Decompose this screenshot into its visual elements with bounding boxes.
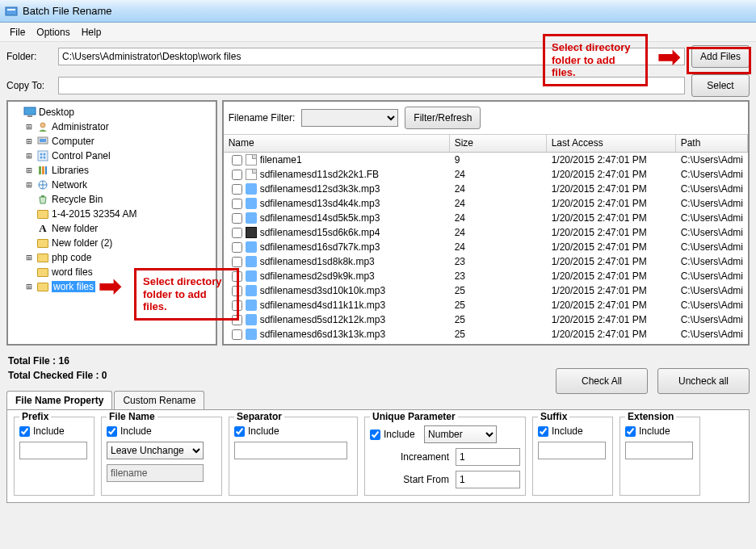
folder-icon	[36, 281, 49, 292]
file-list[interactable]: filename191/20/2015 2:47:01 PMC:\Users\A…	[224, 153, 748, 344]
prefix-include-checkbox[interactable]	[19, 426, 30, 437]
tree-item[interactable]: Recycle Bin	[11, 192, 212, 207]
menu-help[interactable]: Help	[82, 27, 102, 38]
expand-icon[interactable]: ⊞	[24, 136, 34, 147]
unique-include-checkbox[interactable]	[370, 430, 380, 440]
check-all-button[interactable]: Check All	[556, 368, 648, 394]
col-last[interactable]: Last Access	[547, 135, 676, 152]
tree-item[interactable]: ⊞Control Panel	[11, 149, 212, 163]
file-checkbox[interactable]	[232, 242, 242, 253]
tab-custom-rename[interactable]: Custom Rename	[114, 391, 204, 409]
file-checkbox[interactable]	[232, 329, 242, 340]
file-name: sdfilenamesd16sd7k7k.mp3	[260, 241, 380, 253]
tree-item[interactable]: New folder (2)	[11, 236, 212, 250]
file-last-access: 1/20/2015 2:47:01 PM	[547, 285, 676, 296]
file-checkbox[interactable]	[232, 199, 242, 209]
file-row[interactable]: sdfilenamesd14sd5k5k.mp3241/20/2015 2:47…	[224, 211, 748, 225]
file-checkbox[interactable]	[232, 213, 242, 224]
tree-item[interactable]: ⊞Libraries	[11, 163, 212, 178]
col-size[interactable]: Size	[450, 135, 547, 152]
file-row[interactable]: sdfilenamesd5sd12k12k.mp3251/20/2015 2:4…	[224, 312, 748, 327]
startfrom-input[interactable]	[456, 471, 520, 488]
filename-mode-select[interactable]: Leave Unchange	[107, 442, 204, 459]
tree-item[interactable]: 1-4-2015 32354 AM	[11, 207, 212, 221]
cp-icon	[36, 150, 49, 161]
menu-file[interactable]: File	[10, 27, 25, 38]
group-extension-title: Extension	[625, 411, 676, 422]
file-last-access: 1/20/2015 2:47:01 PM	[547, 256, 676, 267]
svg-rect-1	[7, 9, 15, 10]
total-label: Total File :	[8, 355, 56, 367]
prefix-input[interactable]	[19, 442, 87, 459]
expand-icon[interactable]: ⊞	[24, 150, 34, 161]
file-last-access: 1/20/2015 2:47:01 PM	[547, 154, 676, 166]
file-list-panel: Filename Filter: Filter/Refresh Name Siz…	[222, 100, 750, 346]
file-name: sdfilenamesd2sd9k9k.mp3	[260, 270, 375, 282]
increament-input[interactable]	[456, 448, 520, 466]
increament-label: Increament	[401, 451, 449, 463]
filename-placeholder-input	[107, 464, 204, 482]
col-name[interactable]: Name	[224, 135, 450, 152]
file-row[interactable]: sdfilenamesd16sd7k7k.mp3241/20/2015 2:47…	[224, 240, 748, 254]
filter-refresh-button[interactable]: Filter/Refresh	[405, 107, 481, 129]
group-suffix-title: Suffix	[538, 411, 569, 422]
file-row[interactable]: sdfilenamesd4sd11k11k.mp3251/20/2015 2:4…	[224, 298, 748, 312]
tab-file-name-property[interactable]: File Name Property	[6, 391, 112, 409]
file-last-access: 1/20/2015 2:47:01 PM	[547, 329, 676, 340]
tree-item[interactable]: ⊞php code	[11, 250, 212, 265]
suffix-include-checkbox[interactable]	[538, 426, 548, 437]
filename-include-checkbox[interactable]	[107, 426, 117, 437]
menu-options[interactable]: Options	[36, 27, 69, 38]
tree-item[interactable]: ⊞Network	[11, 178, 212, 192]
file-doc-icon	[246, 154, 257, 166]
file-row[interactable]: sdfilenamesd6sd13k13k.mp3251/20/2015 2:4…	[224, 327, 748, 342]
file-size: 24	[450, 241, 547, 253]
file-path: C:\Users\Admi	[676, 285, 748, 296]
file-checkbox[interactable]	[232, 155, 242, 166]
file-row[interactable]: filename191/20/2015 2:47:01 PMC:\Users\A…	[224, 153, 748, 167]
col-path[interactable]: Path	[676, 135, 748, 152]
uncheck-all-button[interactable]: Uncheck all	[657, 368, 750, 394]
file-music-icon	[246, 329, 257, 340]
extension-input[interactable]	[625, 442, 693, 459]
tree-item[interactable]: ANew folder	[11, 221, 212, 236]
file-music-icon	[246, 212, 257, 224]
file-row[interactable]: sdfilenamesd13sd4k4k.mp3241/20/2015 2:47…	[224, 196, 748, 211]
separator-include-checkbox[interactable]	[234, 426, 245, 437]
expand-icon[interactable]: ⊞	[24, 281, 34, 292]
file-checkbox[interactable]	[232, 170, 242, 180]
tree-label: php code	[52, 252, 91, 263]
expand-icon[interactable]: ⊞	[24, 252, 34, 263]
expand-icon[interactable]: ⊞	[24, 165, 34, 176]
svg-rect-3	[27, 115, 32, 117]
file-path: C:\Users\Admi	[676, 227, 748, 238]
file-row[interactable]: sdfilenamesd11sd2k2k1.FB241/20/2015 2:47…	[224, 167, 748, 182]
file-row[interactable]: sdfilenamesd1sd8k8k.mp3231/20/2015 2:47:…	[224, 254, 748, 269]
file-name: sdfilenamesd15sd6k6k.mp4	[260, 227, 380, 238]
file-row[interactable]: sdfilenamesd12sd3k3k.mp3241/20/2015 2:47…	[224, 182, 748, 196]
svg-rect-0	[6, 7, 17, 15]
separator-input[interactable]	[234, 442, 347, 459]
file-path: C:\Users\Admi	[676, 329, 748, 340]
file-row[interactable]: sdfilenamesd2sd9k9k.mp3231/20/2015 2:47:…	[224, 269, 748, 283]
file-checkbox[interactable]	[232, 257, 242, 267]
file-checkbox[interactable]	[232, 228, 242, 238]
file-checkbox[interactable]	[232, 184, 242, 195]
tree-label: New folder	[52, 223, 98, 234]
filter-select[interactable]	[301, 109, 398, 127]
expand-icon[interactable]: ⊞	[24, 121, 34, 132]
tree-item[interactable]: ⊞Administrator	[11, 119, 212, 134]
file-row[interactable]: sdfilenamesd15sd6k6k.mp4241/20/2015 2:47…	[224, 225, 748, 240]
tree-item[interactable]: Desktop	[11, 105, 212, 119]
suffix-input[interactable]	[538, 442, 606, 459]
file-music-icon	[246, 270, 257, 282]
tree-item[interactable]: ⊞Computer	[11, 134, 212, 149]
select-button[interactable]: Select	[691, 74, 750, 97]
tree-label: Libraries	[52, 165, 89, 176]
extension-include-checkbox[interactable]	[625, 426, 636, 437]
file-row[interactable]: sdfilenamesd3sd10k10k.mp3251/20/2015 2:4…	[224, 283, 748, 298]
svg-rect-2	[24, 107, 36, 115]
folder-icon	[36, 237, 49, 249]
unique-type-select[interactable]: Number	[424, 425, 497, 443]
expand-icon[interactable]: ⊞	[24, 179, 34, 191]
